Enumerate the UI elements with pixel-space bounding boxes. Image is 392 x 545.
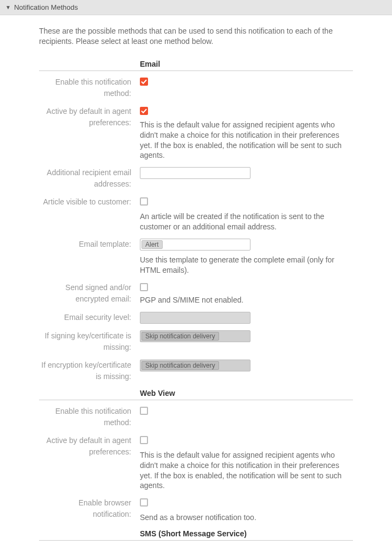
sms-section-title: SMS (Short Message Service): [140, 529, 353, 538]
label-signing-missing: If signing key/certificate is missing:: [39, 330, 140, 353]
label-additional-recipient: Additional recipient email addresses:: [39, 167, 140, 190]
select-encryption-missing: Skip notification delivery: [140, 360, 250, 371]
checkbox-webview-enable[interactable]: [140, 407, 148, 415]
select-signing-missing: Skip notification delivery: [140, 330, 250, 342]
help-signed-encrypted: PGP and S/MIME not enabled.: [140, 295, 353, 305]
help-article-visible: An article will be created if the notifi…: [140, 211, 353, 232]
content-area: These are the possible methods that can …: [0, 15, 392, 545]
label-email-active-default: Active by default in agent preferences:: [39, 106, 140, 129]
row-email-enable: Enable this notification method:: [39, 76, 353, 99]
row-webview-active-default: Active by default in agent preferences: …: [39, 435, 353, 491]
row-article-visible: Article visible to customer: An article …: [39, 196, 353, 232]
label-article-visible: Article visible to customer:: [39, 196, 140, 208]
row-email-template: Email template: Alert Use this template …: [39, 239, 353, 275]
label-signed-encrypted: Send signed and/or encrypted email:: [39, 282, 140, 305]
checkbox-webview-active-default[interactable]: [140, 436, 148, 444]
row-signing-missing: If signing key/certificate is missing: S…: [39, 330, 353, 353]
row-additional-recipient: Additional recipient email addresses:: [39, 167, 353, 190]
help-browser-notif: Send as a browser notification too.: [140, 512, 353, 523]
row-signed-encrypted: Send signed and/or encrypted email: PGP …: [39, 282, 353, 305]
label-email-enable: Enable this notification method:: [39, 76, 140, 99]
help-webview-active-default: This is the default value for assigned r…: [140, 450, 353, 491]
checkbox-email-active-default[interactable]: [140, 107, 148, 115]
email-section-title: Email: [140, 60, 353, 68]
row-browser-notif: Enable browser notification: Send as a b…: [39, 497, 353, 523]
label-encryption-missing: If encryption key/certificate is missing…: [39, 360, 140, 382]
select-encryption-missing-value: Skip notification delivery: [142, 361, 219, 370]
section-title: Notification Methods: [14, 3, 78, 11]
email-section-header: Email: [39, 60, 353, 71]
select-signing-missing-value: Skip notification delivery: [142, 332, 219, 341]
sms-section-header: SMS (Short Message Service): [39, 529, 353, 541]
checkbox-email-enable[interactable]: [140, 78, 148, 86]
collapse-icon: ▼: [5, 4, 11, 10]
help-email-active-default: This is the default value for assigned r…: [140, 120, 353, 161]
label-security-level: Email security level:: [39, 312, 140, 323]
help-email-template: Use this template to generate the comple…: [140, 255, 353, 275]
row-email-active-default: Active by default in agent preferences: …: [39, 106, 353, 161]
label-email-template: Email template:: [39, 239, 140, 250]
row-security-level: Email security level:: [39, 312, 353, 324]
row-webview-enable: Enable this notification method:: [39, 406, 353, 428]
input-additional-recipient[interactable]: [140, 167, 250, 179]
webview-section-header: Web View: [39, 389, 353, 400]
label-webview-active-default: Active by default in agent preferences:: [39, 435, 140, 458]
row-encryption-missing: If encryption key/certificate is missing…: [39, 360, 353, 382]
select-email-template-value: Alert: [142, 240, 163, 249]
checkbox-signed-encrypted[interactable]: [140, 283, 148, 291]
label-webview-enable: Enable this notification method:: [39, 406, 140, 428]
intro-text: These are the possible methods that can …: [39, 26, 353, 47]
input-security-level: [140, 312, 250, 324]
webview-section-title: Web View: [140, 389, 353, 397]
label-browser-notif: Enable browser notification:: [39, 497, 140, 520]
select-email-template[interactable]: Alert: [140, 239, 250, 251]
section-header-bar[interactable]: ▼ Notification Methods: [0, 0, 392, 15]
checkbox-article-visible[interactable]: [140, 197, 148, 206]
checkbox-browser-notif[interactable]: [140, 498, 148, 506]
